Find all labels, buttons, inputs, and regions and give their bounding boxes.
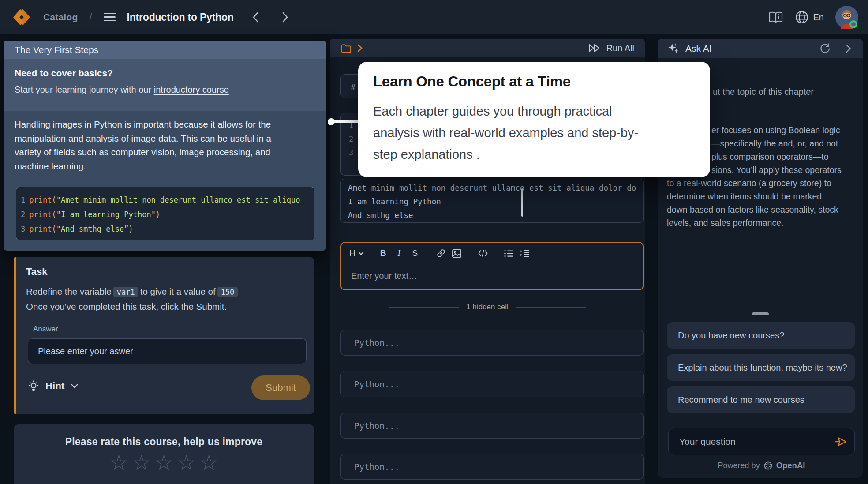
editor-body [341, 264, 643, 281]
scrollbar-thumb[interactable] [521, 188, 523, 217]
run-all-button[interactable]: Run All [588, 43, 634, 53]
basics-title: Need to cover basics? [15, 59, 326, 79]
divider-line [516, 307, 586, 308]
run-all-label: Run All [606, 43, 634, 53]
tooltip-body: Each chapter guides you through practica… [373, 101, 638, 165]
rate-course-card: Please rate this course, help us improve… [14, 424, 314, 484]
editor-text-input[interactable] [350, 270, 625, 281]
hidden-cell-divider[interactable]: 1 hidden cell [330, 303, 645, 311]
rich-text-editor: H B I S [340, 242, 644, 290]
ask-ai-header: Ask AI [658, 39, 863, 58]
bullet-list-icon [504, 250, 513, 257]
heading-button[interactable]: H [349, 247, 364, 260]
send-icon [835, 436, 847, 447]
output-line: I am learning Python [348, 195, 643, 209]
task-instruction-line: Once you've completed this task, click t… [26, 301, 227, 312]
suggestion-chip[interactable]: Recommend to me new courses [667, 386, 855, 413]
language-switcher[interactable]: En [795, 10, 824, 24]
sparkles-icon [668, 43, 679, 54]
tooltip-title: Learn One Concept at a Time [373, 73, 571, 90]
suggestions-drag-handle[interactable] [752, 312, 769, 315]
theory-code-block: 1print("Amet minim mollit non deserunt u… [16, 187, 314, 240]
breadcrumb-catalog[interactable]: Catalog [43, 12, 78, 23]
star-icon[interactable]: ☆ [154, 451, 173, 473]
star-icon[interactable]: ☆ [109, 451, 128, 473]
breadcrumb-separator: / [89, 11, 92, 23]
hidden-cell-label: 1 hidden cell [466, 303, 508, 311]
basics-callout: Need to cover basics? Start your learnin… [4, 59, 326, 111]
collapse-panel-chevron-icon[interactable] [846, 44, 851, 53]
code-chip: var1 [113, 287, 138, 297]
code-button[interactable] [476, 247, 490, 260]
app: Catalog / Introduction to Python [0, 0, 868, 484]
ask-ai-paragraph-line: er focuses on using Boolean logic [711, 125, 840, 135]
next-chapter-button[interactable] [280, 10, 290, 24]
onboarding-tooltip: Learn One Concept at a Time Each chapter… [358, 62, 710, 177]
python-cell[interactable]: Python... [340, 371, 644, 397]
question-input[interactable] [669, 436, 835, 447]
link-icon [437, 249, 445, 258]
italic-button[interactable]: I [393, 247, 406, 260]
code-chip: 150 [217, 287, 238, 297]
lightbulb-icon [28, 380, 39, 392]
reset-chat-icon[interactable] [819, 43, 831, 54]
hint-toggle[interactable]: Hint [28, 380, 78, 392]
python-cell[interactable]: Python... [340, 413, 644, 439]
task-card: Task Redefine the variablevar1to give it… [14, 257, 314, 414]
toolbar-divider [496, 248, 496, 259]
ask-ai-paragraph-line: determine when items should be marked [667, 191, 822, 202]
ask-ai-paragraph-line: levels, and sales performance. [667, 218, 783, 228]
brand-logo-icon[interactable] [11, 8, 32, 26]
submit-button[interactable]: Submit [251, 375, 310, 400]
hint-label: Hint [45, 380, 65, 392]
chapter-list-icon[interactable] [104, 13, 116, 22]
python-cell[interactable]: Python... [340, 330, 644, 356]
avatar[interactable] [835, 6, 858, 29]
bullet-list-button[interactable] [502, 247, 516, 260]
theory-paragraph: Handling images in Python is important b… [4, 111, 326, 173]
notebook-toolbar: Run All [330, 39, 645, 57]
panel-expand-chevron-icon[interactable] [357, 44, 363, 52]
output-line: Amet minim mollit non deserunt ullamco e… [348, 181, 643, 195]
introductory-course-link[interactable]: introductory course [154, 85, 229, 94]
question-input-wrap [668, 428, 855, 455]
chapter-theory-header: The Very First Steps [4, 41, 326, 59]
ask-ai-paragraph-line: sions. You’ll apply these operators [711, 165, 842, 175]
run-all-icon [588, 43, 601, 53]
svg-text:1: 1 [520, 249, 522, 253]
star-icon[interactable]: ☆ [199, 451, 218, 473]
theory-code-line: 2print("I am learning Python") [21, 207, 314, 222]
numbered-list-button[interactable]: 1 2 [518, 247, 531, 260]
tooltip-connector-dot [328, 118, 335, 125]
answer-input[interactable] [28, 338, 307, 364]
suggestion-chip[interactable]: Explain about this function, maybe its n… [667, 354, 855, 381]
star-icon[interactable]: ☆ [177, 451, 196, 473]
svg-text:2: 2 [520, 254, 522, 257]
divider-line [389, 307, 459, 308]
star-icon[interactable]: ☆ [132, 451, 151, 473]
basics-text: Start your learning journey with our int… [15, 85, 326, 95]
ask-ai-subtitle: ut the topic of this chapter [713, 87, 814, 97]
star-rating: ☆ ☆ ☆ ☆ ☆ [14, 451, 314, 473]
strikethrough-button[interactable]: S [408, 247, 422, 260]
ask-ai-paragraph-line: down based on factors like seasonality, … [667, 205, 838, 215]
language-label: En [813, 12, 824, 23]
image-button[interactable] [450, 247, 464, 260]
python-cell[interactable]: Python... [340, 454, 644, 480]
suggestion-chip[interactable]: Do you have new courses? [667, 322, 855, 349]
link-button[interactable] [434, 247, 448, 260]
rate-course-title: Please rate this course, help us improve [14, 436, 314, 448]
globe-icon [795, 10, 809, 24]
send-question-button[interactable] [835, 436, 847, 447]
bold-button[interactable]: B [377, 247, 390, 260]
editor-toolbar: H B I S [341, 243, 643, 264]
output-line: And smthg else [348, 209, 643, 222]
folder-icon[interactable] [341, 44, 351, 53]
toolbar-divider [428, 248, 428, 259]
answer-label: Answer [33, 325, 58, 334]
theory-code-line: 1print("Amet minim mollit non deserunt u… [21, 193, 314, 207]
docs-book-icon[interactable] [768, 11, 783, 23]
prev-chapter-button[interactable] [251, 10, 261, 24]
toolbar-divider [370, 248, 370, 259]
ask-ai-paragraph-line: —specifically the and, or, and not [711, 139, 838, 149]
